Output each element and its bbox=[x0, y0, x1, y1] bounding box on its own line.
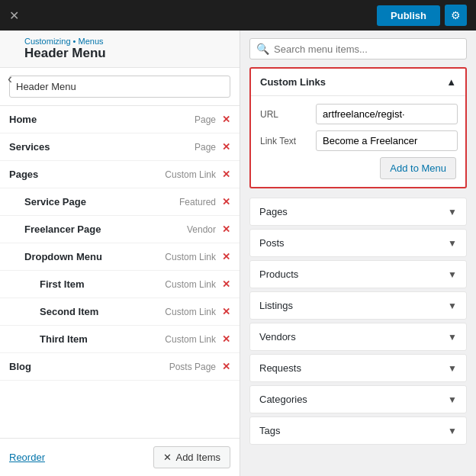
url-row: URL bbox=[260, 104, 456, 124]
accordion-label: Tags bbox=[259, 425, 280, 436]
back-arrow-icon[interactable]: ‹ bbox=[8, 72, 12, 85]
accordion-item: Categories ▼ bbox=[249, 385, 467, 413]
custom-links-title: Custom Links bbox=[260, 76, 326, 88]
remove-icon[interactable]: ✕ bbox=[222, 306, 230, 317]
chevron-down-icon: ▼ bbox=[448, 301, 457, 311]
right-panel: 🔍 Custom Links ▲ URL Link Text Add to Me… bbox=[240, 31, 476, 476]
menu-item[interactable]: Dropdown Menu Custom Link ✕ bbox=[0, 243, 240, 271]
menu-item[interactable]: Services Page ✕ bbox=[0, 133, 240, 161]
accordion-header[interactable]: Tags ▼ bbox=[250, 417, 466, 444]
remove-icon[interactable]: ✕ bbox=[222, 278, 230, 290]
accordion-label: Pages bbox=[259, 206, 288, 217]
accordion-header[interactable]: Products ▼ bbox=[250, 261, 466, 288]
search-bar: 🔍 bbox=[240, 31, 476, 67]
accordion-item: Pages ▼ bbox=[249, 198, 467, 226]
remove-icon[interactable]: ✕ bbox=[222, 141, 230, 153]
add-to-menu-button[interactable]: Add to Menu bbox=[380, 157, 456, 179]
remove-icon[interactable]: ✕ bbox=[222, 169, 230, 180]
menu-item[interactable]: Service Page Featured ✕ bbox=[0, 188, 240, 216]
remove-icon[interactable]: ✕ bbox=[222, 224, 230, 235]
link-text-label: Link Text bbox=[260, 136, 310, 146]
custom-links-card: Custom Links ▲ URL Link Text Add to Menu bbox=[249, 67, 467, 188]
menu-item[interactable]: Second Item Custom Link ✕ bbox=[0, 298, 240, 326]
accordion-header[interactable]: Listings ▼ bbox=[250, 292, 466, 319]
reorder-link[interactable]: Reorder bbox=[9, 452, 45, 463]
menu-item[interactable]: Third Item Custom Link ✕ bbox=[0, 326, 240, 353]
accordion-label: Posts bbox=[259, 237, 285, 249]
accordion-label: Products bbox=[259, 269, 298, 280]
page-title: Header Menu bbox=[24, 46, 230, 61]
accordion-item: Listings ▼ bbox=[249, 291, 467, 320]
link-text-input[interactable] bbox=[316, 130, 458, 151]
close-icon[interactable]: ✕ bbox=[9, 8, 19, 23]
left-footer: Reorder ✕ Add Items bbox=[0, 438, 240, 476]
menu-item[interactable]: Blog Posts Page ✕ bbox=[0, 353, 240, 381]
add-items-button[interactable]: ✕ Add Items bbox=[153, 446, 230, 468]
add-items-label: Add Items bbox=[175, 452, 220, 463]
url-input[interactable] bbox=[316, 104, 458, 124]
menu-item[interactable]: First Item Custom Link ✕ bbox=[0, 271, 240, 298]
chevron-down-icon: ▼ bbox=[448, 426, 457, 436]
settings-button[interactable]: ⚙ bbox=[445, 5, 467, 26]
publish-button[interactable]: Publish bbox=[377, 5, 440, 26]
top-bar: ✕ Publish ⚙ bbox=[0, 0, 476, 31]
menu-name-wrap bbox=[0, 68, 240, 106]
accordion-header[interactable]: Vendors ▼ bbox=[250, 323, 466, 350]
accordion-header[interactable]: Categories ▼ bbox=[250, 386, 466, 413]
remove-icon[interactable]: ✕ bbox=[222, 361, 230, 372]
menu-item[interactable]: Pages Custom Link ✕ bbox=[0, 161, 240, 188]
chevron-down-icon: ▼ bbox=[448, 332, 457, 343]
remove-icon[interactable]: ✕ bbox=[222, 251, 230, 262]
publish-group: Publish ⚙ bbox=[377, 5, 467, 26]
custom-links-content: URL Link Text Add to Menu bbox=[251, 96, 465, 187]
accordion-label: Vendors bbox=[259, 331, 296, 343]
custom-links-header[interactable]: Custom Links ▲ bbox=[251, 69, 465, 96]
accordion-label: Listings bbox=[259, 300, 293, 311]
search-icon: 🔍 bbox=[256, 43, 269, 55]
search-input[interactable] bbox=[274, 43, 460, 55]
left-header: Customizing • Menus Header Menu bbox=[0, 31, 240, 68]
menu-name-input[interactable] bbox=[9, 76, 230, 98]
remove-icon[interactable]: ✕ bbox=[222, 333, 230, 345]
accordion-item: Posts ▼ bbox=[249, 229, 467, 257]
search-input-wrap: 🔍 bbox=[249, 38, 467, 60]
menu-item[interactable]: Home Page ✕ bbox=[0, 106, 240, 133]
accordion-item: Vendors ▼ bbox=[249, 323, 467, 351]
left-header-wrap: ‹ Customizing • Menus Header Menu bbox=[0, 31, 240, 68]
collapse-icon: ▲ bbox=[446, 76, 456, 88]
chevron-down-icon: ▼ bbox=[448, 394, 457, 405]
menu-item[interactable]: Freelancer Page Vendor ✕ bbox=[0, 216, 240, 243]
accordion-header[interactable]: Posts ▼ bbox=[250, 230, 466, 256]
accordion-item: Products ▼ bbox=[249, 260, 467, 288]
remove-icon[interactable]: ✕ bbox=[222, 114, 230, 125]
menu-items-list: Home Page ✕ Services Page ✕ Pages Custom… bbox=[0, 106, 240, 438]
main-layout: ‹ Customizing • Menus Header Menu Home P… bbox=[0, 31, 476, 476]
accordion-header[interactable]: Requests ▼ bbox=[250, 355, 466, 381]
chevron-down-icon: ▼ bbox=[448, 363, 457, 374]
chevron-down-icon: ▼ bbox=[448, 238, 457, 249]
accordion-item: Tags ▼ bbox=[249, 416, 467, 445]
remove-icon[interactable]: ✕ bbox=[222, 196, 230, 207]
accordion-header[interactable]: Pages ▼ bbox=[250, 198, 466, 225]
accordion-container: Pages ▼ Posts ▼ Products ▼ Listings ▼ Ve… bbox=[240, 198, 476, 448]
url-label: URL bbox=[260, 109, 310, 120]
chevron-down-icon: ▼ bbox=[448, 269, 457, 280]
accordion-label: Categories bbox=[259, 394, 307, 405]
link-text-row: Link Text bbox=[260, 130, 456, 151]
accordion-item: Requests ▼ bbox=[249, 354, 467, 382]
accordion-label: Requests bbox=[259, 362, 301, 374]
breadcrumb: Customizing • Menus bbox=[24, 37, 230, 46]
add-items-x-icon: ✕ bbox=[163, 452, 172, 463]
chevron-down-icon: ▼ bbox=[448, 207, 457, 217]
left-panel: ‹ Customizing • Menus Header Menu Home P… bbox=[0, 31, 240, 476]
